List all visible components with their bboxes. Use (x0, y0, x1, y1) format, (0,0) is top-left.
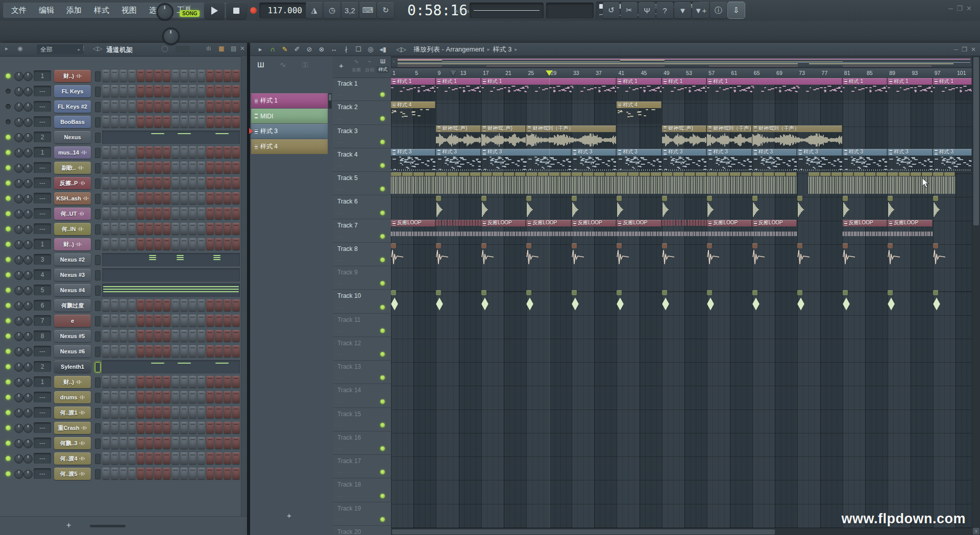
step-button[interactable] (180, 391, 188, 403)
channel-volume-knob[interactable] (23, 194, 33, 203)
step-button[interactable] (111, 422, 118, 434)
step-button[interactable] (172, 376, 179, 388)
step-button[interactable] (206, 238, 214, 250)
tempo-display[interactable]: 117.000 (259, 3, 308, 18)
step-button[interactable] (154, 70, 162, 82)
step-button[interactable] (215, 468, 223, 479)
track-header[interactable]: Track 6··· (333, 195, 391, 219)
channel-button[interactable]: 财..) (54, 238, 91, 250)
step-button[interactable] (111, 116, 118, 128)
step-button[interactable] (154, 162, 162, 173)
channel-rack-titlebar[interactable]: ▸ ◉ 全部▸ ⁞ ◁▷ 通道机架 ◯ ılı ▦ ▤ ✕ (0, 43, 247, 57)
channel-mute-led[interactable] (6, 349, 11, 354)
channel-pan-knob[interactable] (14, 363, 23, 372)
step-button[interactable] (102, 85, 110, 97)
track-header[interactable]: Track 8··· (333, 243, 391, 266)
step-button[interactable] (145, 116, 153, 128)
step-button[interactable] (198, 177, 205, 189)
channel-number-box[interactable]: --- (34, 193, 51, 203)
step-button[interactable] (224, 192, 231, 204)
step-button[interactable] (119, 70, 127, 82)
step-button[interactable] (206, 422, 214, 434)
channel-button[interactable]: Nexus #3 (54, 269, 91, 281)
channel-mute-led[interactable] (6, 410, 11, 415)
step-button[interactable] (232, 422, 240, 434)
channel-mute-led[interactable] (6, 379, 11, 385)
loop-tick[interactable] (668, 220, 670, 226)
step-button[interactable] (189, 116, 197, 128)
track-led[interactable] (380, 399, 385, 404)
step-button[interactable] (145, 299, 153, 311)
step-button[interactable] (206, 376, 214, 388)
channel-pan-knob[interactable] (14, 424, 23, 433)
step-button[interactable] (163, 422, 170, 434)
start-marker[interactable] (450, 70, 456, 76)
step-button[interactable] (180, 345, 188, 357)
step-button[interactable] (111, 330, 118, 342)
step-button[interactable] (224, 100, 231, 112)
step-button[interactable] (224, 70, 231, 82)
tab-自动[interactable]: ⌁自动 (363, 58, 376, 73)
playlist-clip[interactable]: 样式 1 (933, 78, 972, 100)
step-button[interactable] (180, 330, 188, 342)
step-button[interactable] (111, 146, 118, 158)
track-options-dots[interactable]: ··· (337, 470, 344, 475)
step-button[interactable] (145, 330, 153, 342)
channel-volume-knob[interactable] (23, 409, 33, 418)
step-button[interactable] (128, 177, 136, 189)
step-button[interactable] (189, 146, 197, 158)
step-button[interactable] (206, 177, 214, 189)
loop-tick[interactable] (464, 220, 467, 226)
playlist-clip[interactable] (572, 290, 577, 313)
mixer-target-indicator[interactable] (95, 240, 101, 250)
mixer-target-indicator[interactable] (95, 87, 101, 97)
channel-preview[interactable] (102, 360, 240, 373)
step-button[interactable] (198, 192, 205, 204)
step-button[interactable] (180, 238, 188, 250)
microphone-icon[interactable]: Ψ (639, 2, 655, 18)
track-options-dots[interactable]: ··· (337, 517, 344, 522)
step-button[interactable] (137, 345, 144, 357)
loop-tick[interactable] (445, 220, 447, 226)
step-button[interactable] (119, 452, 127, 464)
step-button[interactable] (111, 376, 118, 388)
track-led[interactable] (380, 140, 385, 144)
channel-preview[interactable] (102, 284, 240, 297)
channel-button[interactable]: 重Crash (54, 422, 91, 434)
playlist-clip[interactable]: 反擦LOOP (752, 220, 797, 227)
step-button[interactable] (128, 422, 136, 434)
track-options-dots[interactable]: ··· (337, 375, 344, 380)
playlist-clip[interactable] (933, 243, 938, 266)
mixer-target-indicator[interactable] (95, 71, 101, 82)
snap-magnet-icon[interactable]: ∩ (266, 44, 279, 55)
step-button[interactable] (102, 70, 110, 82)
step-button[interactable] (163, 330, 170, 342)
step-button[interactable] (137, 192, 144, 204)
step-button[interactable] (172, 238, 179, 250)
channel-volume-knob[interactable] (23, 225, 33, 234)
track-led[interactable] (380, 163, 385, 168)
track-header[interactable]: Track 10··· (333, 290, 391, 313)
step-button[interactable] (119, 406, 127, 418)
track-options-dots[interactable]: ··· (337, 446, 344, 451)
playlist-clip[interactable]: 样式 1 (391, 78, 435, 100)
step-button[interactable] (119, 177, 127, 189)
step-button[interactable] (198, 299, 205, 311)
step-button[interactable] (180, 100, 188, 112)
playlist-clip[interactable] (843, 290, 848, 313)
channel-volume-knob[interactable] (23, 271, 33, 280)
channel-volume-knob[interactable] (23, 286, 33, 295)
track-header[interactable]: Track 11··· (333, 314, 391, 337)
step-button[interactable] (163, 315, 170, 326)
step-button[interactable] (172, 315, 179, 326)
step-button[interactable] (198, 452, 205, 464)
step-button[interactable] (119, 208, 127, 219)
step-button[interactable] (137, 162, 144, 173)
step-button[interactable] (172, 177, 179, 189)
loop-tick[interactable] (670, 220, 672, 226)
track-header[interactable]: Track 14··· (333, 384, 391, 407)
step-button[interactable] (224, 345, 231, 357)
step-button[interactable] (154, 422, 162, 434)
track-options-dots[interactable]: ··· (337, 92, 344, 97)
step-button[interactable] (198, 345, 205, 357)
